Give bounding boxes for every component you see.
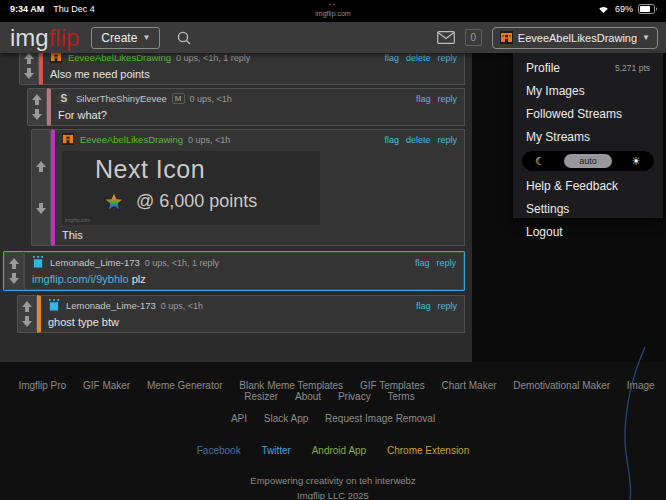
footer-link-chart-maker[interactable]: Chart Maker — [442, 380, 497, 391]
menu-item-settings[interactable]: Settings — [513, 197, 663, 220]
comment-meta: 0 ups, <1h, 1 reply — [176, 53, 250, 63]
reply-link[interactable]: reply — [437, 301, 457, 311]
browser-url[interactable]: imgflip.com — [0, 10, 666, 17]
vote-controls — [31, 129, 51, 246]
chrome-extension-link[interactable]: Chrome Extension — [387, 445, 469, 456]
avatar — [50, 53, 63, 64]
flag-link[interactable]: flag — [384, 135, 399, 145]
theme-toggle[interactable]: ☾ auto ☀ — [522, 151, 654, 171]
footer-copyright: Imgflip LLC 2025 — [0, 490, 666, 500]
wifi-icon — [597, 4, 610, 14]
footer-link-demotivational-maker[interactable]: Demotivational Maker — [513, 380, 610, 391]
sun-icon[interactable]: ☀ — [631, 156, 641, 167]
footer-link-about[interactable]: About — [295, 391, 321, 402]
flag-link[interactable]: flag — [415, 258, 430, 268]
avatar — [62, 133, 75, 146]
comment-username[interactable]: SilverTheShinyEevee — [76, 93, 167, 104]
comment-text: ghost type btw — [48, 316, 457, 328]
menu-item-my-streams[interactable]: My Streams — [513, 125, 663, 148]
upvote-button[interactable] — [21, 301, 33, 312]
footer-link-blank-meme-templates[interactable]: Blank Meme Templates — [239, 380, 343, 391]
flag-link[interactable]: flag — [416, 94, 431, 104]
upvote-button[interactable] — [23, 53, 35, 64]
profile-points: 5,271 pts — [615, 63, 650, 73]
footer-link-gif-maker[interactable]: GIF Maker — [83, 380, 130, 391]
search-button[interactable] — [176, 30, 192, 46]
reply-link[interactable]: reply — [437, 135, 457, 145]
flag-link[interactable]: flag — [416, 301, 431, 311]
notification-count[interactable]: 0 — [465, 29, 482, 46]
theme-auto-option[interactable]: auto — [564, 154, 612, 168]
image-link[interactable]: imgflip.com/i/9ybhlo — [32, 273, 129, 285]
delete-link[interactable]: delete — [406, 53, 431, 63]
create-button[interactable]: Create ▼ — [91, 27, 160, 49]
avatar — [500, 31, 513, 44]
menu-item-help-feedback[interactable]: Help & Feedback — [513, 174, 663, 197]
delete-link[interactable]: delete — [406, 135, 431, 145]
menu-item-logout[interactable]: Logout — [513, 220, 663, 243]
menu-item-profile[interactable]: Profile 5,271 pts — [513, 56, 663, 79]
comment-thread: EeveeAbelLikesDrawing 0 ups, <1h, 1 repl… — [0, 53, 472, 362]
android-app-link[interactable]: Android App — [312, 445, 367, 456]
footer-link-privacy[interactable]: Privacy — [338, 391, 371, 402]
comment-meta: 0 ups, <1h — [190, 94, 232, 104]
search-icon — [176, 30, 192, 46]
downvote-button[interactable] — [31, 109, 43, 120]
vote-controls — [27, 88, 47, 126]
meme-title: Next Icon — [95, 155, 320, 184]
comment-4-highlighted: Lemonade_Lime-173 0 ups, <1h, 1 reply fl… — [3, 251, 465, 291]
comment-meta: 0 ups, <1h, 1 reply — [145, 258, 219, 268]
reply-link[interactable]: reply — [436, 258, 456, 268]
user-menu-button[interactable]: EeveeAbelLikesDrawing ▼ — [492, 27, 658, 49]
menu-item-followed-streams[interactable]: Followed Streams — [513, 102, 663, 125]
vote-controls — [19, 53, 39, 85]
comment-username[interactable]: EeveeAbelLikesDrawing — [80, 134, 183, 145]
comment-username[interactable]: Lemonade_Lime-173 — [66, 300, 156, 311]
footer-social-links: Facebook Twitter Android App Chrome Exte… — [0, 445, 666, 456]
avatar — [32, 256, 45, 269]
footer-link-imgflip-pro[interactable]: Imgflip Pro — [18, 380, 66, 391]
footer-link-api[interactable]: API — [231, 413, 247, 424]
comment-text: Also me need points — [50, 68, 457, 80]
footer-link-gif-templates[interactable]: GIF Templates — [360, 380, 425, 391]
downvote-button[interactable] — [23, 68, 35, 79]
battery-percent: 69% — [615, 4, 633, 14]
twitter-link[interactable]: Twitter — [261, 445, 290, 456]
mail-icon[interactable] — [437, 31, 455, 44]
facebook-link[interactable]: Facebook — [197, 445, 241, 456]
upvote-button[interactable] — [8, 258, 20, 269]
downvote-button[interactable] — [8, 273, 20, 284]
downvote-button[interactable] — [35, 203, 47, 214]
rainbow-star-icon — [104, 192, 124, 211]
chevron-down-icon: ▼ — [642, 33, 650, 42]
avatar: S — [58, 92, 71, 105]
upvote-button[interactable] — [31, 94, 43, 105]
comment-meta: 0 ups, <1h — [161, 301, 203, 311]
moon-icon[interactable]: ☾ — [535, 156, 545, 167]
flag-link[interactable]: flag — [384, 53, 399, 63]
status-bar: 9:34 AM Thu Dec 4 •• imgflip.com 69% — [0, 0, 666, 22]
comment-text: This — [62, 229, 457, 241]
footer-link-terms[interactable]: Terms — [387, 391, 414, 402]
chevron-down-icon: ▼ — [142, 33, 150, 42]
comment-image[interactable]: Next Icon — [62, 151, 320, 225]
imgflip-logo[interactable]: imgflip — [10, 26, 79, 50]
svg-text:S: S — [61, 93, 68, 104]
comment-2: S SilverTheShinyEevee M 0 ups, <1h flag … — [27, 88, 465, 126]
reply-link[interactable]: reply — [437, 53, 457, 63]
menu-item-my-images[interactable]: My Images — [513, 79, 663, 102]
reply-link[interactable]: reply — [437, 94, 457, 104]
comment-meta: 0 ups, <1h — [188, 135, 230, 145]
comment-text: For what? — [58, 109, 457, 121]
upvote-button[interactable] — [35, 161, 47, 172]
footer-links-row1: Imgflip Pro GIF Maker Meme Generator Bla… — [0, 362, 666, 402]
footer-link-request-image-removal[interactable]: Request Image Removal — [325, 413, 435, 424]
comment-username[interactable]: Lemonade_Lime-173 — [50, 257, 140, 268]
header-username: EeveeAbelLikesDrawing — [518, 32, 637, 44]
avatar — [48, 299, 61, 312]
footer-link-meme-generator[interactable]: Meme Generator — [147, 380, 223, 391]
downvote-button[interactable] — [21, 316, 33, 327]
comment-username[interactable]: EeveeAbelLikesDrawing — [68, 53, 171, 63]
footer-link-slack-app[interactable]: Slack App — [264, 413, 308, 424]
comment-5: Lemonade_Lime-173 0 ups, <1h flag reply … — [17, 295, 465, 333]
